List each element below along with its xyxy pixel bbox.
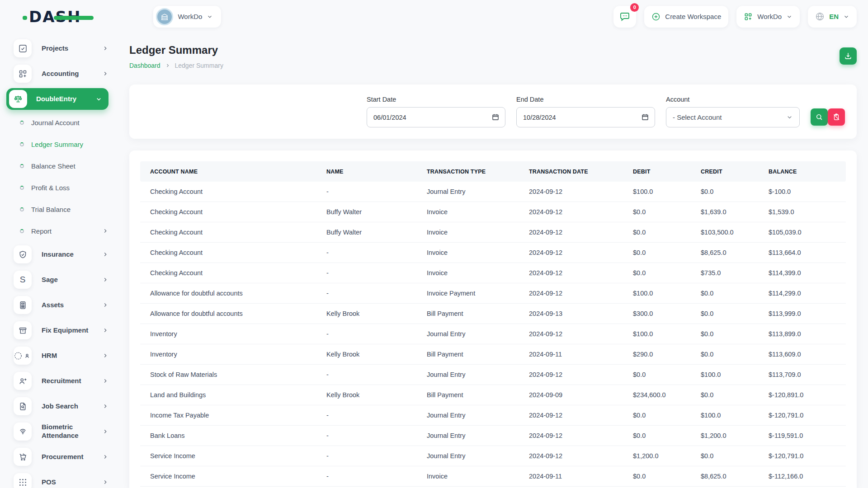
table-cell: Service Income [140,452,316,460]
sidebar-item-label: Fix Equipment [42,326,88,335]
dots-grid-icon [14,473,32,488]
sidebar-item-accounting[interactable]: Accounting [0,61,117,86]
table-cell: 2024-09-12 [519,452,623,460]
table-cell: - [316,371,417,378]
sidebar-subitem-ledger-summary[interactable]: Ledger Summary [0,133,117,155]
table-cell: 2024-09-12 [519,412,623,419]
table-cell: $1,639.0 [691,208,759,216]
table-row: Service Income-Invoice2024-09-11$0.0$8,6… [140,466,846,487]
logo-dot [23,16,27,20]
table-cell: Bill Payment [417,391,519,399]
table-cell: $114,299.0 [759,290,846,297]
chevron-down-icon [786,14,793,20]
table-row: Allowance for doubtful accountsKelly Bro… [140,304,846,324]
sidebar-item-label: DoubleEntry [36,95,76,103]
download-button[interactable] [840,47,857,65]
table-cell: - [316,330,417,338]
create-workspace-label: Create Workspace [665,13,721,20]
table-cell: $0.0 [623,269,691,277]
apps-menu-label: WorkDo [757,13,782,20]
sidebar-item-recruitment[interactable]: Recruitment [0,368,117,394]
chevron-right-icon [102,454,108,460]
sidebar-item-job-search[interactable]: Job Search [0,394,117,419]
chevron-down-icon [207,14,213,20]
sidebar-subitem-balance-sheet[interactable]: Balance Sheet [0,155,117,177]
table-row: Inventory-Journal Entry2024-09-12$100.0$… [140,324,846,344]
sidebar-item-sage[interactable]: SSage [0,267,117,292]
reset-filter-button[interactable] [828,108,845,126]
table-cell: Journal Entry [417,432,519,439]
sidebar-subitem-trial-balance[interactable]: Trial Balance [0,198,117,220]
account-label: Account [666,96,800,103]
table-cell: $1,200.0 [623,452,691,460]
account-select[interactable]: - Select Account [666,107,800,127]
sidebar-item-procurement[interactable]: Procurement [0,444,117,469]
table-cell: 2024-09-12 [519,229,623,236]
sidebar-subitem-journal-account[interactable]: Journal Account [0,112,117,133]
apply-filter-button[interactable] [811,108,828,126]
workspace-switcher[interactable]: WorkDo [153,6,221,28]
end-date-input[interactable] [516,107,655,127]
table-cell: Inventory [140,330,316,338]
sidebar-item-label: Job Search [42,402,78,411]
table-cell: $0.0 [691,452,759,460]
table-cell: - [316,432,417,439]
sidebar-item-fix-equipment[interactable]: Fix Equipment [0,318,117,343]
sidebar-item-doubleentry[interactable]: DoubleEntry [6,88,108,110]
breadcrumb-dashboard-link[interactable]: Dashboard [129,62,160,69]
page-title: Ledger Summary [129,44,223,56]
sidebar-item-pos[interactable]: POS [0,469,117,488]
create-workspace-button[interactable]: Create Workspace [644,6,728,28]
table-cell: $0.0 [691,330,759,338]
bullet-icon [20,229,24,233]
sidebar-item-assets[interactable]: Assets [0,292,117,318]
table-cell: $103,500.0 [691,229,759,236]
filter-panel: Start Date End Date Account - Select Acc… [129,84,857,139]
apps-menu-button[interactable]: WorkDo [736,6,800,28]
table-cell: Journal Entry [417,371,519,378]
chevron-right-icon [102,251,108,258]
sidebar-subitem-profit-loss[interactable]: Profit & Loss [0,177,117,198]
workspace-name: WorkDo [178,13,202,20]
chevron-right-icon [102,403,108,409]
table-cell: 2024-09-12 [519,249,623,256]
table-cell: $0.0 [691,310,759,317]
account-select-value: - Select Account [673,113,722,121]
table-cell: $-100.0 [759,188,846,195]
dash-logo[interactable]: DASH [29,8,81,26]
table-row: Stock of Raw Materials-Journal Entry2024… [140,365,846,385]
sidebar-subitem-label: Report [31,227,52,235]
table-cell: Invoice Payment [417,290,519,297]
sidebar-item-projects[interactable]: Projects [0,36,117,61]
bullet-icon [20,142,24,146]
shield-check-icon [14,245,32,263]
start-date-input[interactable] [367,107,505,127]
bullet-icon [20,186,24,190]
language-selector[interactable]: EN [808,6,857,28]
download-icon [844,52,853,61]
sidebar-item-insurance[interactable]: Insurance [0,242,117,267]
table-cell: $-119,591.0 [759,432,846,439]
table-cell: Checking Account [140,208,316,216]
start-date-field: Start Date [367,96,505,127]
table-cell: $100.0 [623,188,691,195]
table-cell: Buffy Walter [316,208,417,216]
sidebar-item-label: Biometric Attendance [42,423,95,440]
chevron-right-icon [102,352,108,359]
table-cell: $0.0 [623,473,691,480]
messages-badge: 0 [630,3,639,12]
sidebar-item-biometric-attendance[interactable]: Biometric Attendance [0,419,117,444]
messages-button[interactable]: 0 [613,6,636,28]
sidebar-item-label: Projects [42,44,68,53]
fingerprint-icon [14,422,32,441]
sidebar-item-hrm[interactable]: HRM [0,343,117,368]
clipboard-off-icon [832,113,840,121]
breadcrumb: Dashboard Ledger Summary [129,62,223,69]
table-cell: $113,609.0 [759,351,846,358]
table-row: Income Tax Payable-Journal Entry2024-09-… [140,405,846,426]
person-plus-icon [14,372,32,390]
sidebar-subitem-report[interactable]: Report [0,220,117,242]
chevron-right-icon [102,479,108,485]
language-code: EN [829,13,839,20]
table-row: Checking Account-Journal Entry2024-09-12… [140,182,846,202]
